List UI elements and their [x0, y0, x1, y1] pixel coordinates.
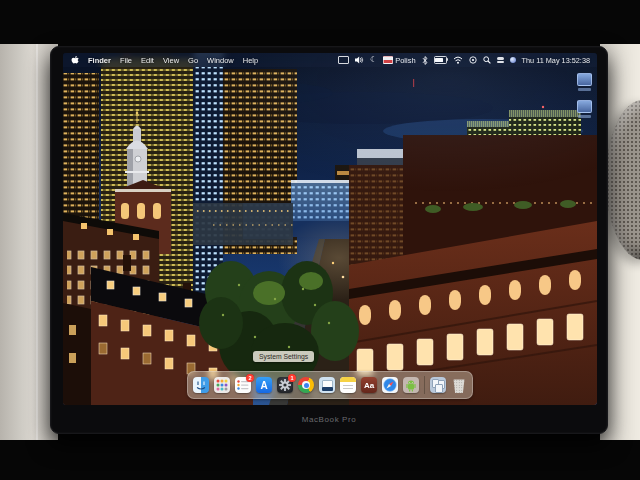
chrome-icon[interactable] — [298, 377, 314, 393]
location-icon[interactable] — [469, 55, 477, 65]
finder-icon[interactable] — [193, 377, 209, 393]
menu-window[interactable]: Window — [207, 56, 234, 65]
trash-icon[interactable] — [451, 377, 467, 393]
notification-badge: 2 — [246, 374, 254, 382]
menu-go[interactable]: Go — [188, 56, 198, 65]
focus-moon-icon[interactable]: ☾ — [370, 55, 377, 65]
menu-bar: Finder File Edit View Go Window Help ☾ — [63, 53, 597, 67]
display-icon[interactable] — [338, 55, 349, 65]
menu-edit[interactable]: Edit — [141, 56, 154, 65]
dock-separator — [424, 376, 425, 394]
volume-icon[interactable] — [355, 55, 364, 65]
file-icon — [577, 100, 592, 113]
menu-bar-clock[interactable]: Thu 11 May 13:52:38 — [522, 56, 590, 65]
launchpad-icon[interactable] — [214, 377, 230, 393]
control-center-icon[interactable] — [497, 55, 504, 65]
safari-icon[interactable] — [382, 377, 398, 393]
file-icon — [577, 73, 592, 86]
bluetooth-icon[interactable] — [422, 55, 428, 65]
desktop-icon-label — [578, 88, 591, 91]
menu-file[interactable]: File — [120, 56, 132, 65]
input-source-flag[interactable]: Polish — [383, 56, 415, 65]
dictionary-icon[interactable]: Aa — [361, 377, 377, 393]
android-icon[interactable] — [403, 377, 419, 393]
menu-help[interactable]: Help — [243, 56, 258, 65]
input-source-label: Polish — [395, 56, 415, 65]
menu-finder[interactable]: Finder — [88, 56, 111, 65]
market-halls — [193, 203, 293, 245]
apple-menu[interactable] — [71, 55, 79, 65]
system-settings-icon[interactable]: 1 — [277, 377, 293, 393]
app-store-icon[interactable]: A — [256, 377, 272, 393]
battery-icon[interactable] — [434, 55, 447, 65]
macbook-pro: Finder File Edit View Go Window Help ☾ — [50, 46, 608, 434]
wifi-icon[interactable] — [453, 55, 463, 65]
reminders-icon[interactable]: 2 — [235, 377, 251, 393]
spotlight-icon[interactable] — [483, 55, 491, 65]
desktop-icon-label — [578, 115, 591, 118]
brick-building-right — [349, 135, 597, 405]
screen: Finder File Edit View Go Window Help ☾ — [63, 53, 597, 405]
polish-flag-icon — [383, 56, 393, 64]
dictionary-glyph: Aa — [364, 381, 374, 390]
wallpaper — [63, 53, 597, 405]
notes-icon[interactable] — [340, 377, 356, 393]
photo-of-macbook: Finder File Edit View Go Window Help ☾ — [0, 0, 640, 480]
desktop-icon[interactable] — [576, 100, 592, 118]
app-window-icon[interactable] — [319, 377, 335, 393]
dock: 2 A 1 — [187, 371, 473, 399]
desktop-icon[interactable] — [576, 73, 592, 91]
dock-tooltip: System Settings — [253, 351, 314, 362]
notification-badge: 1 — [288, 374, 296, 382]
app-store-glyph: A — [260, 380, 267, 391]
device-label: MacBook Pro — [51, 415, 607, 424]
downloads-folder-icon[interactable] — [430, 377, 446, 393]
siri-icon[interactable] — [510, 55, 516, 65]
menu-view[interactable]: View — [163, 56, 179, 65]
